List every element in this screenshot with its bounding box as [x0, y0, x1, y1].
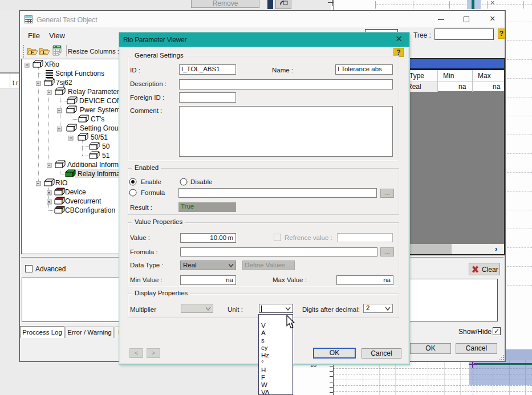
svg-text:L: L	[43, 50, 46, 55]
svg-text:F: F	[31, 50, 34, 55]
